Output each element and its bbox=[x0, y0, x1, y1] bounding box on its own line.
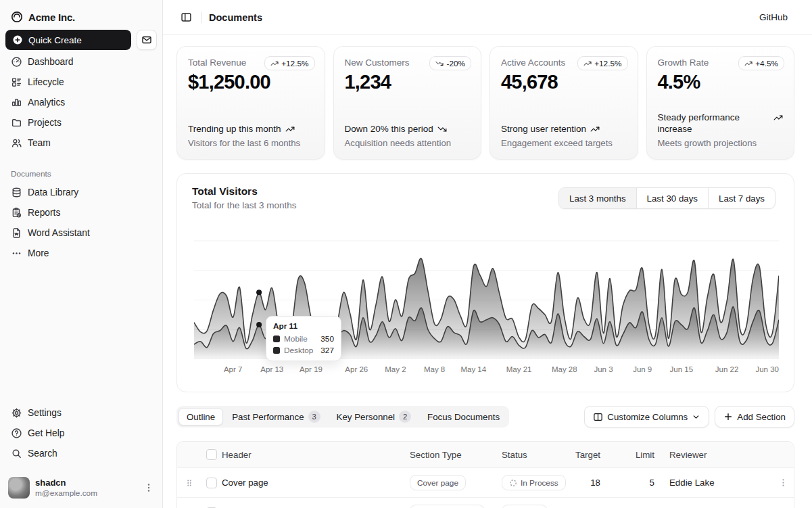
trend-badge: -20% bbox=[429, 56, 471, 70]
svg-text:Apr 26: Apr 26 bbox=[345, 365, 368, 373]
row-checkbox[interactable] bbox=[206, 478, 217, 488]
trending-down-icon bbox=[437, 124, 447, 134]
add-section-button[interactable]: Add Section bbox=[715, 406, 794, 428]
stat-cards: Total Revenue +12.5% $1,250.00 Trending … bbox=[176, 46, 794, 160]
customize-columns-button[interactable]: Customize Columns bbox=[584, 406, 709, 428]
nav-main: Dashboard Lifecycle Analytics Projects T… bbox=[0, 51, 162, 153]
chevron-down-icon bbox=[692, 413, 700, 421]
trending-up-icon bbox=[583, 60, 592, 68]
tab-focus-documents[interactable]: Focus Documents bbox=[420, 408, 507, 425]
sidebar-item-dashboard[interactable]: Dashboard bbox=[5, 51, 157, 72]
tab-outline[interactable]: Outline bbox=[178, 408, 223, 425]
sidebar-item-reports[interactable]: Reports bbox=[5, 202, 157, 223]
users-icon bbox=[11, 137, 22, 149]
sidebar-item-lifecycle[interactable]: Lifecycle bbox=[5, 72, 157, 92]
range-option-7-days[interactable]: Last 7 days bbox=[708, 188, 775, 208]
svg-text:Apr 7: Apr 7 bbox=[224, 365, 243, 373]
brand[interactable]: Acme Inc. bbox=[5, 7, 157, 27]
user-menu[interactable]: shadcn m@example.com bbox=[5, 474, 157, 501]
folder-icon bbox=[11, 117, 22, 129]
user-name: shadcn bbox=[35, 478, 138, 488]
ellipsis-icon bbox=[11, 248, 22, 259]
table-toolbar: Outline Past Performance3 Key Personnel2… bbox=[176, 406, 794, 428]
desktop-series-swatch bbox=[273, 347, 280, 354]
trend-badge: +12.5% bbox=[577, 56, 627, 70]
card-active-accounts: Active Accounts +12.5% 45,678 Strong use… bbox=[489, 46, 638, 160]
svg-text:Jun 9: Jun 9 bbox=[633, 365, 652, 373]
sidebar-item-more[interactable]: More bbox=[5, 243, 157, 263]
search-icon bbox=[11, 448, 22, 459]
sidebar-item-analytics[interactable]: Analytics bbox=[5, 92, 157, 112]
stat-value: 1,234 bbox=[345, 71, 471, 93]
file-word-icon bbox=[11, 227, 22, 239]
sidebar-item-team[interactable]: Team bbox=[5, 133, 157, 153]
database-icon bbox=[11, 187, 22, 198]
trending-down-icon bbox=[435, 60, 444, 68]
svg-text:Jun 22: Jun 22 bbox=[715, 365, 739, 373]
circle-plus-icon bbox=[12, 34, 23, 45]
trending-up-icon bbox=[744, 60, 753, 68]
svg-text:May 21: May 21 bbox=[506, 365, 532, 373]
ellipsis-vertical-icon bbox=[143, 482, 154, 493]
row-menu-button[interactable] bbox=[775, 475, 791, 490]
visitors-chart-card: Total Visitors Total for the last 3 mont… bbox=[176, 173, 794, 392]
table-header-row: Header Section Type Status Target Limit … bbox=[177, 442, 794, 467]
card-growth-rate: Growth Rate +4.5% 4.5% Steady performanc… bbox=[646, 46, 795, 160]
inbox-button[interactable] bbox=[137, 30, 157, 50]
list-details-icon bbox=[11, 76, 22, 88]
main-panel: Documents GitHub Total Revenue +12.5% $1… bbox=[162, 0, 812, 508]
stat-value: 4.5% bbox=[658, 71, 784, 93]
sidebar-toggle-button[interactable] bbox=[178, 9, 195, 26]
tab-count-badge: 2 bbox=[399, 411, 411, 423]
sidebar-item-data-library[interactable]: Data Library bbox=[5, 182, 157, 202]
stat-value: 45,678 bbox=[501, 71, 627, 93]
sidebar-item-word-assistant[interactable]: Word Assistant bbox=[5, 223, 157, 243]
trending-up-icon bbox=[590, 124, 600, 134]
github-link[interactable]: GitHub bbox=[759, 12, 788, 22]
card-total-revenue: Total Revenue +12.5% $1,250.00 Trending … bbox=[176, 46, 325, 160]
select-all-checkbox[interactable] bbox=[206, 449, 217, 460]
report-icon bbox=[11, 207, 22, 218]
topbar: Documents GitHub bbox=[163, 0, 812, 35]
drag-handle[interactable] bbox=[182, 476, 197, 490]
range-option-3-months[interactable]: Last 3 months bbox=[559, 188, 636, 208]
nav-secondary: Settings Get Help Search bbox=[0, 402, 162, 463]
svg-text:Apr 13: Apr 13 bbox=[260, 365, 283, 373]
status-badge: In Process bbox=[502, 475, 566, 490]
dashboard-icon bbox=[11, 56, 22, 68]
avatar bbox=[8, 477, 30, 499]
sections-table: Header Section Type Status Target Limit … bbox=[176, 441, 794, 508]
chart-bar-icon bbox=[11, 97, 22, 108]
status-badge: Done bbox=[502, 505, 548, 508]
svg-text:Jun 3: Jun 3 bbox=[594, 365, 613, 373]
help-circle-icon bbox=[11, 428, 22, 439]
tabs-list: Outline Past Performance3 Key Personnel2… bbox=[176, 406, 509, 428]
tab-past-performance[interactable]: Past Performance3 bbox=[224, 408, 327, 425]
section-type-badge: Table of contents bbox=[410, 505, 485, 508]
row-menu-button[interactable] bbox=[775, 505, 791, 508]
range-option-30-days[interactable]: Last 30 days bbox=[636, 188, 708, 208]
chart-subtitle: Total for the last 3 months bbox=[192, 200, 297, 210]
plus-icon bbox=[723, 412, 733, 421]
tab-key-personnel[interactable]: Key Personnel2 bbox=[329, 408, 419, 425]
sidebar-item-get-help[interactable]: Get Help bbox=[5, 423, 157, 443]
trend-badge: +12.5% bbox=[264, 56, 314, 70]
quick-create-button[interactable]: Quick Create bbox=[5, 30, 131, 50]
stat-value: $1,250.00 bbox=[188, 71, 314, 93]
drag-handle[interactable] bbox=[182, 505, 197, 508]
tab-count-badge: 3 bbox=[308, 411, 320, 423]
gear-icon bbox=[11, 407, 22, 419]
table-row: Table of contents Table of contents Done… bbox=[177, 497, 794, 508]
chart-tooltip: Apr 11 Mobile350 Desktop327 bbox=[266, 316, 341, 361]
trending-up-icon bbox=[773, 112, 783, 122]
brand-name: Acme Inc. bbox=[28, 11, 75, 23]
sidebar-item-projects[interactable]: Projects bbox=[5, 112, 157, 133]
sidebar-item-search[interactable]: Search bbox=[5, 443, 157, 463]
svg-text:Jun 15: Jun 15 bbox=[670, 365, 694, 373]
trend-badge: +4.5% bbox=[738, 56, 784, 70]
page-title: Documents bbox=[209, 12, 262, 23]
row-header[interactable]: Cover page bbox=[222, 478, 410, 488]
sidebar-item-settings[interactable]: Settings bbox=[5, 402, 157, 423]
mail-icon bbox=[141, 34, 152, 45]
sidebar: Acme Inc. Quick Create Dashboard Lifecyc… bbox=[0, 0, 162, 508]
